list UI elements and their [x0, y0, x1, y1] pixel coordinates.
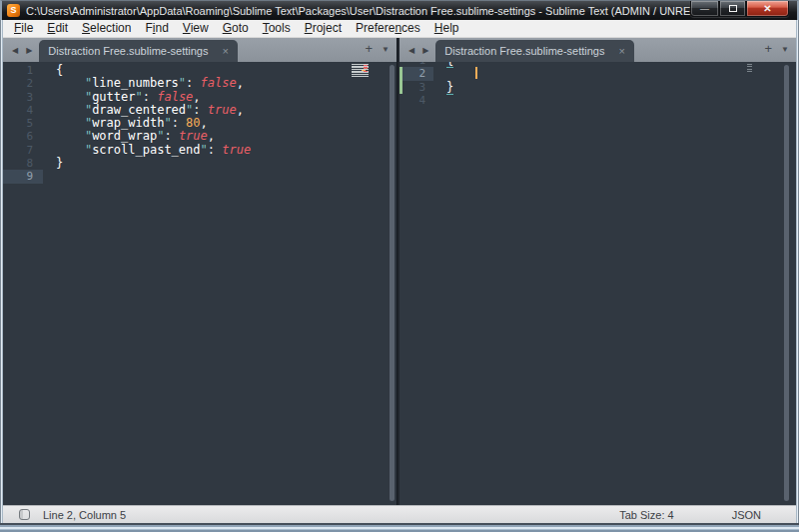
right-editor[interactable]: 1234 { } [400, 62, 796, 505]
sublime-app-icon: S [7, 4, 20, 17]
right-tab-bar: ◀ ▶ Distraction Free.sublime-settings × … [400, 38, 796, 62]
right-pane: ◀ ▶ Distraction Free.sublime-settings × … [400, 38, 796, 505]
tab-title: Distraction Free.sublime-settings [48, 45, 208, 57]
prev-tab-arrow-icon[interactable]: ◀ [3, 46, 22, 55]
gutter-line-number: 2 [400, 67, 433, 80]
gutter-line-number: 1 [3, 64, 43, 77]
titlebar[interactable]: S C:\Users\Administrator\AppData\Roaming… [0, 0, 799, 20]
right-gutter: 1234 [400, 62, 433, 107]
menubar: FileEditSelectionFindViewGotoToolsProjec… [3, 20, 796, 38]
gutter-line-number: 5 [3, 117, 43, 130]
gutter-line-number: 9 [3, 170, 43, 183]
menu-preferences[interactable]: Preferences [349, 20, 427, 37]
close-icon: ✕ [763, 3, 771, 14]
scrollbar-puck[interactable] [784, 65, 789, 501]
menu-goto[interactable]: Goto [216, 20, 256, 37]
right-code-area: { } [433, 62, 796, 107]
menu-find[interactable]: Find [138, 20, 175, 37]
code-line: } [446, 81, 796, 94]
gutter-line-number: 8 [3, 157, 43, 170]
minimap[interactable] [747, 64, 752, 72]
left-editor[interactable]: 123456789 { "line_numbers": false, "gutt… [3, 62, 397, 505]
new-tab-button[interactable]: + [365, 41, 373, 56]
menu-help[interactable]: Help [427, 20, 466, 37]
gutter-line-number: 4 [400, 94, 433, 107]
minimap[interactable] [352, 64, 369, 77]
prev-tab-arrow-icon[interactable]: ◀ [400, 46, 418, 55]
left-tab-bar: ◀ ▶ Distraction Free.sublime-settings × … [3, 38, 397, 62]
code-line: "word_wrap": true, [56, 130, 397, 143]
maximize-button[interactable] [719, 1, 746, 17]
code-line [446, 67, 796, 80]
scrollbar-puck[interactable] [390, 65, 395, 501]
code-line: "gutter": false, [56, 91, 397, 104]
minimize-button[interactable]: — [690, 1, 719, 17]
code-line [446, 94, 796, 107]
menu-project[interactable]: Project [298, 20, 349, 37]
code-line: "wrap_width": 80, [56, 117, 397, 130]
left-pane: ◀ ▶ Distraction Free.sublime-settings × … [3, 38, 397, 505]
maximize-icon [729, 5, 737, 12]
cursor-position-status: Line 2, Column 5 [43, 509, 126, 521]
code-line: "scroll_past_end": true [56, 144, 397, 157]
next-tab-arrow-icon[interactable]: ▶ [22, 46, 36, 55]
gutter-line-number: 3 [400, 81, 433, 94]
statusbar: Line 2, Column 5 Tab Size: 4 JSON [3, 505, 796, 523]
minimize-icon: — [700, 4, 709, 14]
window-bottom-border [0, 523, 799, 532]
gutter-line-number: 7 [3, 144, 43, 157]
new-tab-button[interactable]: + [764, 41, 772, 56]
sublime-text-window: S C:\Users\Administrator\AppData\Roaming… [0, 0, 799, 532]
code-line: } [56, 157, 397, 170]
code-line: "line_numbers": false, [56, 77, 397, 90]
tab-list-dropdown-icon[interactable]: ▼ [382, 45, 390, 54]
menu-file[interactable]: File [7, 20, 40, 37]
code-line: { [56, 64, 397, 77]
left-gutter: 123456789 [3, 64, 43, 184]
menu-view[interactable]: View [176, 20, 216, 37]
menu-selection[interactable]: Selection [75, 20, 138, 37]
next-tab-arrow-icon[interactable]: ▶ [418, 46, 432, 55]
left-code-area: { "line_numbers": false, "gutter": false… [43, 64, 397, 184]
gutter-line-number: 4 [3, 104, 43, 117]
gutter-line-number: 6 [3, 130, 43, 143]
code-line: "draw_centered": true, [56, 104, 397, 117]
tab-title: Distraction Free.sublime-settings [444, 45, 604, 57]
gutter-line-number: 2 [3, 77, 43, 90]
panel-toggle-icon[interactable] [19, 509, 30, 520]
tab-list-dropdown-icon[interactable]: ▼ [781, 45, 789, 54]
window-controls: — ✕ [690, 1, 789, 17]
editor-split-view: ◀ ▶ Distraction Free.sublime-settings × … [3, 38, 796, 505]
tab-size-status[interactable]: Tab Size: 4 [619, 509, 673, 521]
menu-tools[interactable]: Tools [256, 20, 298, 37]
gutter-line-number: 3 [3, 91, 43, 104]
tab-close-icon[interactable]: × [618, 45, 624, 57]
close-button[interactable]: ✕ [746, 1, 789, 17]
window-title: C:\Users\Administrator\AppData\Roaming\S… [26, 5, 750, 17]
tab-distraction-free-settings[interactable]: Distraction Free.sublime-settings × [39, 40, 238, 62]
code-line [56, 170, 397, 183]
syntax-status[interactable]: JSON [732, 509, 761, 521]
tab-close-icon[interactable]: × [222, 45, 228, 57]
menu-edit[interactable]: Edit [40, 20, 75, 37]
text-caret [475, 67, 477, 79]
tab-distraction-free-settings[interactable]: Distraction Free.sublime-settings × [435, 40, 634, 62]
